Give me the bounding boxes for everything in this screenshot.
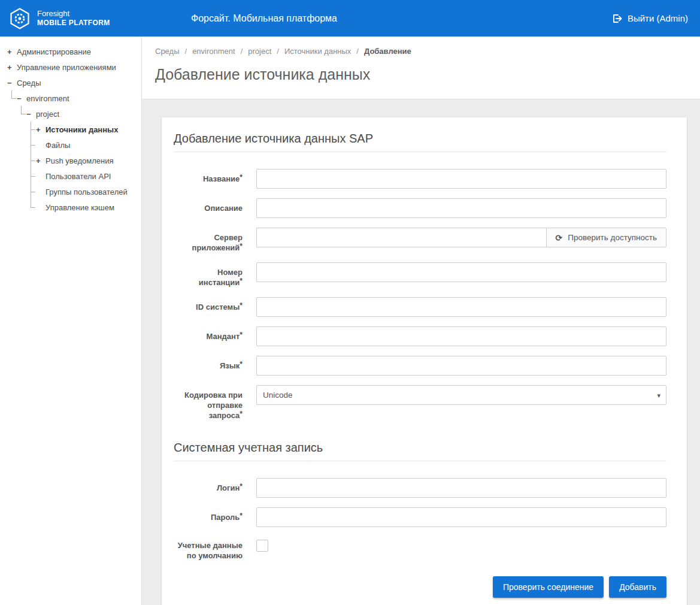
sidebar-item-label: Источники данных <box>45 125 118 134</box>
content-area: Добавление источника данных SAP Название… <box>142 99 700 605</box>
sidebar-item-label: Администрирование <box>16 47 91 56</box>
expand-icon[interactable]: + <box>7 47 16 56</box>
login-input[interactable] <box>256 478 666 498</box>
collapse-icon[interactable]: − <box>17 94 26 103</box>
expand-icon[interactable]: + <box>36 125 45 134</box>
sidebar-tree: + Администрирование + Управление приложе… <box>0 37 142 605</box>
breadcrumb-separator: / <box>277 47 279 56</box>
app-window: Foresight MOBILE PLATFORM Форсайт. Мобил… <box>0 0 700 605</box>
required-asterisk: * <box>240 242 243 250</box>
form-row-password: Пароль* <box>174 507 666 527</box>
sidebar-item-administration[interactable]: + Администрирование <box>0 44 141 59</box>
field-label: Мандант* <box>174 326 243 346</box>
brand-subtitle: MOBILE PLATFORM <box>37 19 110 28</box>
check-availability-button[interactable]: ⟳ Проверить доступность <box>546 228 666 247</box>
form-row-mandant: Мандант* <box>174 326 666 346</box>
add-datasource-form-card: Добавление источника данных SAP Название… <box>162 117 687 605</box>
collapse-icon[interactable]: − <box>26 110 35 119</box>
breadcrumb-separator: / <box>185 47 187 56</box>
collapse-icon[interactable]: − <box>7 78 16 87</box>
sidebar-item-files[interactable]: Файлы <box>0 137 141 153</box>
name-input[interactable] <box>256 169 666 189</box>
tree-connector <box>26 153 36 168</box>
sidebar-item-label: environment <box>26 94 69 103</box>
required-asterisk: * <box>240 512 243 520</box>
breadcrumb-item-environments[interactable]: Среды <box>155 47 180 56</box>
field-label: Сервер приложений* <box>174 228 243 253</box>
form-row-description: Описание <box>174 198 666 218</box>
field-label: Описание <box>174 198 243 218</box>
brand-logo: Foresight MOBILE PLATFORM <box>8 7 110 30</box>
language-input[interactable] <box>256 356 666 376</box>
password-input[interactable] <box>256 507 666 527</box>
encoding-selected-value: Unicode <box>263 391 293 400</box>
tree-spacer <box>7 168 17 184</box>
sidebar-item-label: Push уведомления <box>45 156 114 165</box>
form-actions: Проверить соединение Добавить <box>174 576 666 598</box>
required-asterisk: * <box>240 173 243 182</box>
required-asterisk: * <box>240 482 243 491</box>
logout-label: Выйти (Admin) <box>628 13 688 23</box>
sidebar-item-push-notifications[interactable]: + Push уведомления <box>0 153 141 168</box>
section-title-account: Системная учетная запись <box>174 441 666 461</box>
check-connection-button[interactable]: Проверить соединение <box>493 576 604 598</box>
tree-spacer <box>7 199 17 215</box>
refresh-icon: ⟳ <box>556 234 563 242</box>
sidebar-item-label: Управление приложениями <box>16 63 116 72</box>
logout-icon <box>611 13 622 24</box>
form-row-language: Язык* <box>174 356 666 376</box>
field-label: Название* <box>174 169 243 189</box>
sidebar-item-project[interactable]: − project <box>0 106 141 122</box>
check-availability-label: Проверить доступность <box>568 233 657 242</box>
brand-name: Foresight <box>37 9 110 19</box>
breadcrumb: Среды / environment / project / Источник… <box>155 47 683 56</box>
form-row-name: Название* <box>174 169 666 189</box>
tree-connector <box>26 184 36 199</box>
sidebar-item-app-management[interactable]: + Управление приложениями <box>0 59 141 75</box>
add-button[interactable]: Добавить <box>609 576 666 598</box>
field-label: Язык* <box>174 356 243 376</box>
sidebar-item-environment[interactable]: − environment <box>0 90 141 106</box>
breadcrumb-separator: / <box>356 47 359 56</box>
expand-icon[interactable]: + <box>7 63 16 72</box>
instance-number-input[interactable] <box>256 262 666 282</box>
tree-spacer <box>17 184 26 199</box>
sidebar-item-api-users[interactable]: Пользователи API <box>0 168 141 184</box>
tree-spacer <box>7 137 17 153</box>
form-row-system-id: ID системы* <box>174 297 666 317</box>
required-asterisk: * <box>240 301 243 310</box>
form-row-login: Логин* <box>174 478 666 498</box>
tree-connector <box>26 122 36 137</box>
field-label: ID системы* <box>174 297 243 317</box>
required-asterisk: * <box>240 360 243 368</box>
field-label: Учетные данные по умолчанию <box>174 537 243 561</box>
tree-connector <box>26 168 36 184</box>
breadcrumb-item-environment[interactable]: environment <box>192 47 235 56</box>
sidebar-item-label: Управление кэшем <box>45 203 114 212</box>
breadcrumb-item-project[interactable]: project <box>248 47 271 56</box>
section-title-sap: Добавление источника данных SAP <box>174 132 666 152</box>
tree-spacer <box>17 168 26 184</box>
tree-spacer <box>17 199 26 215</box>
expand-icon[interactable]: + <box>36 156 45 165</box>
tree-spacer <box>7 122 17 137</box>
sidebar-item-environments[interactable]: − Среды <box>0 75 141 90</box>
form-row-app-server: Сервер приложений* ⟳ Проверить доступнос… <box>174 228 666 253</box>
field-label: Пароль* <box>174 507 243 527</box>
tree-connector <box>26 137 36 153</box>
required-asterisk: * <box>240 410 243 418</box>
description-input[interactable] <box>256 198 666 218</box>
sidebar-item-data-sources[interactable]: + Источники данных <box>0 122 141 137</box>
sidebar-item-label: Файлы <box>45 141 70 150</box>
default-credentials-checkbox[interactable] <box>256 540 268 552</box>
mandant-input[interactable] <box>256 326 666 346</box>
breadcrumb-item-data-sources[interactable]: Источники данных <box>284 47 351 56</box>
sidebar-item-user-groups[interactable]: Группы пользователей <box>0 184 141 199</box>
system-id-input[interactable] <box>256 297 666 317</box>
sidebar-item-label: Среды <box>16 78 41 87</box>
encoding-select[interactable]: Unicode ▾ <box>256 385 666 405</box>
app-server-input[interactable] <box>256 228 546 247</box>
sidebar-item-cache-management[interactable]: Управление кэшем <box>0 199 141 215</box>
page-title: Добавление источника данных <box>155 66 683 83</box>
logout-button[interactable]: Выйти (Admin) <box>611 13 688 24</box>
